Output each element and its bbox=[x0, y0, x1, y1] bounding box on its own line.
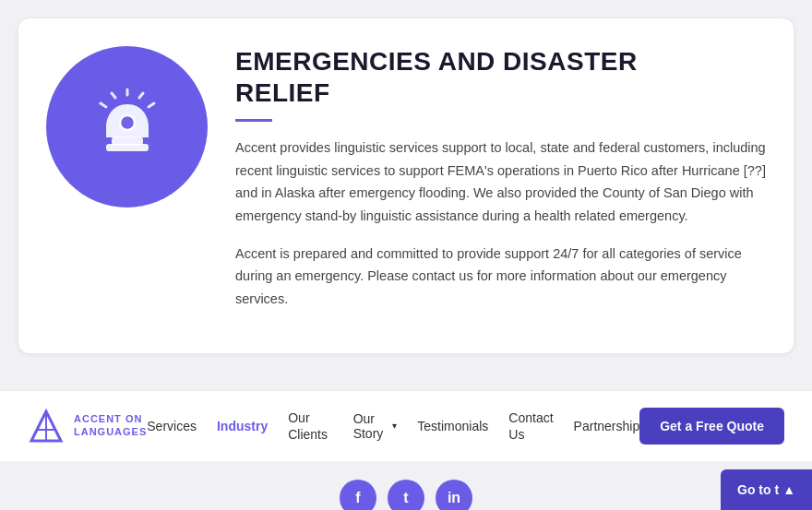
emergency-card: EMERGENCIES AND DISASTER RELIEF Accent p… bbox=[18, 18, 794, 353]
facebook-icon: f bbox=[355, 490, 360, 506]
nav-link-services[interactable]: Services bbox=[147, 419, 197, 433]
logo-text: ACCENT ON LANGUAGES bbox=[74, 413, 147, 437]
nav-link-partnership[interactable]: Partnership bbox=[574, 419, 640, 433]
card-paragraph-1: Accent provides linguistic services supp… bbox=[235, 136, 766, 228]
logo-line1: ACCENT ON bbox=[74, 413, 147, 425]
svg-line-3 bbox=[139, 93, 143, 98]
twitter-icon: t bbox=[403, 490, 408, 506]
chevron-down-icon: ▾ bbox=[392, 421, 397, 431]
get-quote-button[interactable]: Get a Free Quote bbox=[639, 408, 784, 445]
go-to-top-button[interactable]: Go to t ▲ bbox=[721, 469, 812, 510]
nav-link-our-story[interactable]: Our Story ▾ bbox=[353, 411, 398, 441]
nav-link-testimonials[interactable]: Testimonials bbox=[417, 419, 488, 433]
arrow-up-icon: ▲ bbox=[782, 482, 795, 497]
nav-link-industry[interactable]: Industry bbox=[217, 419, 268, 433]
alarm-icon bbox=[86, 86, 169, 169]
svg-line-4 bbox=[149, 103, 154, 107]
nav-item-industry[interactable]: Industry bbox=[217, 418, 268, 434]
card-paragraph-2: Accent is prepared and committed to prov… bbox=[235, 243, 766, 311]
our-story-dropdown: Our Story ▾ bbox=[353, 411, 398, 441]
logo-icon bbox=[28, 408, 65, 445]
card-body: EMERGENCIES AND DISASTER RELIEF Accent p… bbox=[235, 46, 766, 326]
nav-item-clients[interactable]: Our Clients bbox=[288, 409, 332, 443]
nav-item-testimonials[interactable]: Testimonials bbox=[417, 418, 488, 434]
facebook-link[interactable]: f bbox=[340, 480, 376, 510]
logo[interactable]: ACCENT ON LANGUAGES bbox=[28, 408, 147, 445]
svg-line-6 bbox=[101, 103, 106, 107]
social-links: f t in bbox=[0, 461, 812, 510]
emergency-icon-circle bbox=[46, 46, 208, 208]
svg-line-5 bbox=[112, 93, 115, 98]
card-title: EMERGENCIES AND DISASTER RELIEF bbox=[235, 46, 766, 108]
linkedin-link[interactable]: in bbox=[436, 480, 472, 510]
nav-item-services[interactable]: Services bbox=[147, 418, 197, 434]
nav-item-contact[interactable]: Contact Us bbox=[508, 409, 553, 443]
twitter-link[interactable]: t bbox=[388, 480, 424, 510]
nav-link-contact[interactable]: Contact Us bbox=[508, 410, 553, 442]
footer-nav: ACCENT ON LANGUAGES Services Industry Ou… bbox=[0, 390, 812, 461]
logo-line2: LANGUAGES bbox=[74, 426, 147, 438]
nav-link-clients[interactable]: Our Clients bbox=[288, 410, 328, 442]
svg-rect-1 bbox=[106, 144, 149, 151]
nav-item-our-story[interactable]: Our Story ▾ bbox=[353, 411, 398, 441]
nav-links: Services Industry Our Clients Our Story … bbox=[147, 409, 639, 443]
linkedin-icon: in bbox=[448, 490, 460, 506]
go-to-top-label: Go to t bbox=[737, 482, 779, 497]
nav-item-partnership[interactable]: Partnership bbox=[574, 418, 640, 434]
footer: ACCENT ON LANGUAGES Services Industry Ou… bbox=[0, 390, 812, 510]
title-underline bbox=[235, 119, 272, 122]
main-content: EMERGENCIES AND DISASTER RELIEF Accent p… bbox=[0, 0, 812, 390]
svg-point-7 bbox=[120, 115, 135, 130]
